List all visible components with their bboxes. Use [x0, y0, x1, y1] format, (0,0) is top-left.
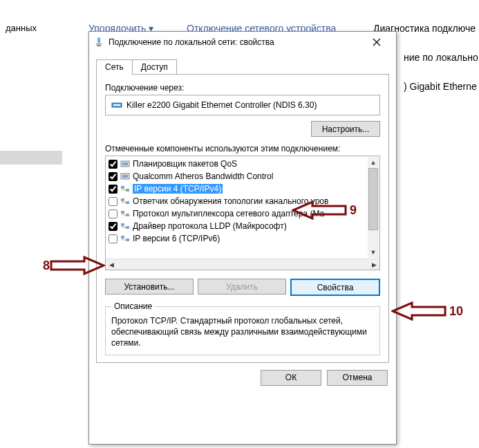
scroll-left-arrow[interactable]: ◀ [106, 260, 117, 270]
titlebar: Подключение по локальной сети: свойства [89, 32, 396, 53]
configure-button[interactable]: Настроить... [311, 121, 380, 137]
checkbox[interactable] [109, 234, 118, 243]
svg-rect-1 [96, 43, 102, 45]
list-item[interactable]: Планировщик пакетов QoS [109, 158, 368, 170]
component-icon [120, 159, 130, 169]
vertical-scrollbar[interactable]: ▲ ▼ [368, 157, 379, 258]
properties-dialog: Подключение по локальной сети: свойства … [88, 31, 397, 445]
annotation-label: 8 [43, 259, 50, 273]
network-protocol-icon [120, 221, 130, 231]
scroll-thumb[interactable] [368, 168, 378, 230]
list-item-label: Драйвер протокола LLDP (Майкрософт) [133, 221, 287, 231]
svg-rect-0 [97, 37, 100, 43]
bg-text-ethernet: ) Gigabit Etherne [404, 81, 477, 92]
list-item-ipv6[interactable]: IP версии 6 (TCP/IPv6) [109, 232, 368, 245]
network-protocol-icon [120, 209, 130, 218]
description-group: Описание Протокол TCP/IP. Стандартный пр… [105, 301, 380, 355]
list-item[interactable]: Драйвер протокола LLDP (Майкрософт) [109, 220, 368, 232]
svg-rect-2 [97, 45, 101, 46]
checkbox[interactable] [109, 185, 118, 194]
install-button[interactable]: Установить... [105, 279, 194, 295]
checkbox[interactable] [109, 172, 118, 181]
annotation-9: 9 [292, 200, 357, 220]
list-item-label: IP версии 6 (TCP/IPv6) [133, 234, 220, 243]
svg-rect-11 [121, 198, 124, 201]
svg-rect-8 [122, 175, 128, 178]
bg-text-connection: ние по локально [404, 52, 478, 63]
description-text: Протокол TCP/IP. Стандартный протокол гл… [111, 315, 374, 349]
horizontal-scrollbar[interactable]: ◀ ▶ [106, 259, 379, 270]
ok-button[interactable]: ОК [261, 370, 321, 386]
scroll-right-arrow[interactable]: ▶ [368, 260, 379, 270]
tab-strip: Сеть Доступ [96, 59, 389, 75]
annotation-label: 9 [350, 203, 357, 218]
svg-rect-12 [126, 201, 129, 204]
checkbox[interactable] [109, 222, 118, 231]
svg-rect-16 [126, 226, 129, 229]
svg-rect-18 [126, 239, 129, 241]
window-title: Подключение по локальной сети: свойства [109, 37, 274, 47]
adapter-name: Killer e2200 Gigabit Ethernet Controller… [126, 100, 317, 110]
arrow-right-icon [50, 256, 105, 275]
svg-rect-17 [121, 236, 124, 239]
background-highlight [0, 151, 62, 165]
annotation-label: 10 [449, 304, 463, 319]
description-legend: Описание [111, 301, 155, 311]
list-item[interactable]: Qualcomm Atheros Bandwidth Control [109, 170, 368, 183]
list-item-label: Планировщик пакетов QoS [133, 159, 237, 169]
properties-button[interactable]: Свойства [290, 279, 380, 296]
list-item-label: Qualcomm Atheros Bandwidth Control [133, 171, 273, 181]
checkbox[interactable] [109, 209, 118, 218]
connect-label: Подключение через: [105, 83, 380, 93]
scroll-down-arrow[interactable]: ▼ [368, 247, 379, 258]
svg-rect-15 [121, 223, 124, 226]
annotation-8: 8 [43, 256, 105, 275]
network-protocol-icon [120, 196, 130, 206]
list-item-ipv4[interactable]: IP версии 4 (TCP/IPv4) [109, 183, 368, 195]
arrow-left-icon [292, 200, 347, 220]
tab-access[interactable]: Доступ [132, 59, 177, 74]
scroll-track[interactable] [117, 259, 368, 270]
component-icon [120, 171, 130, 181]
svg-rect-13 [121, 211, 124, 214]
scroll-up-arrow[interactable]: ▲ [368, 157, 379, 168]
network-protocol-icon [120, 184, 130, 194]
checkbox[interactable] [109, 160, 118, 169]
checkbox[interactable] [109, 197, 118, 206]
network-icon [93, 37, 104, 48]
annotation-10: 10 [391, 301, 463, 321]
remove-button: Удалить [198, 279, 286, 295]
components-label: Отмеченные компоненты используются этим … [105, 144, 380, 153]
svg-rect-6 [122, 162, 128, 165]
list-item-label: IP версии 4 (TCP/IPv4) [133, 184, 223, 194]
svg-rect-14 [126, 214, 129, 216]
cancel-button[interactable]: Отмена [327, 370, 388, 386]
close-button[interactable] [361, 32, 392, 52]
svg-rect-9 [121, 186, 124, 189]
network-protocol-icon [120, 234, 130, 243]
tab-network[interactable]: Сеть [96, 59, 133, 74]
adapter-icon [111, 100, 122, 111]
arrow-left-icon [391, 301, 447, 321]
adapter-box: Killer e2200 Gigabit Ethernet Controller… [105, 95, 380, 115]
svg-rect-4 [113, 104, 120, 106]
bg-text: данных [6, 23, 37, 33]
svg-rect-10 [126, 189, 129, 192]
